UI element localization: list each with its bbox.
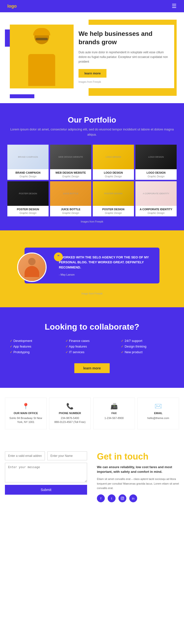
portfolio-item[interactable]: POSTER DESIGN POSTER DESIGN Graphic Desi…: [93, 181, 134, 216]
hero-cta-button[interactable]: learn more: [78, 69, 106, 78]
collaborate-item: Development: [10, 339, 63, 343]
portfolio-item[interactable]: WEB DESIGN WEBSITE WEB DESIGN WEBSITE Gr…: [50, 145, 91, 180]
hero-text: We help businesses and brands grow Duis …: [78, 25, 174, 88]
hero-title: We help businesses and brands grow: [78, 30, 169, 46]
collaborate-item: App features: [65, 344, 119, 348]
instagram-icon[interactable]: [119, 494, 126, 502]
contact-card-text: 1-234-567-8900: [96, 416, 132, 420]
portfolio-grid: BRAND CAMPAIGN BRAND CAMPAIGN Graphic De…: [7, 145, 177, 216]
get-in-touch-subtitle: We can ensure reliability, low cost fare…: [97, 465, 179, 474]
header: logo ☰: [0, 0, 184, 12]
contact-card-title: PHONE NUMBER: [52, 412, 88, 414]
testimonial-author: - May Larson: [59, 273, 152, 276]
portfolio-item[interactable]: POSTER DESIGN POSTER DESIGN Graphic Desi…: [7, 181, 49, 216]
name-input[interactable]: [47, 452, 87, 460]
collaborate-item: New product: [121, 350, 174, 354]
portfolio-item[interactable]: LOGO DESIGN LOGO DESIGN Graphic Design: [93, 145, 134, 180]
contact-card-2: 📠 FAX 1-234-567-8900: [93, 398, 135, 429]
collaborate-col-0: DevelopmentApp featuresPrototyping: [10, 339, 63, 356]
portfolio-item[interactable]: BRAND CAMPAIGN BRAND CAMPAIGN Graphic De…: [7, 145, 49, 180]
contact-icon: ✉️: [140, 403, 177, 410]
menu-button[interactable]: ☰: [172, 3, 177, 9]
contact-card-title: EMAIL: [140, 412, 177, 414]
portfolio-subtitle: Lorem ipsum dolor sit amet, consectetur …: [7, 127, 177, 137]
collaborate-title: Looking to collaborate?: [10, 322, 174, 332]
message-textarea[interactable]: [5, 463, 87, 482]
portfolio-item[interactable]: LOGO DESIGN LOGO DESIGN Graphic Design: [135, 145, 177, 180]
twitter-icon[interactable]: t: [108, 494, 116, 502]
svg-point-2: [123, 497, 123, 498]
hero-image: [10, 24, 74, 88]
testimonial-avatar: [17, 252, 47, 282]
submit-button[interactable]: Submit: [5, 485, 87, 495]
hero-section: We help businesses and brands grow Duis …: [0, 12, 184, 103]
svg-rect-0: [121, 497, 124, 500]
portfolio-title: Our Portfolio: [7, 116, 177, 124]
contact-info-section: 📍 OUR MAIN OFFICE SoHo 94 Broadway St Ne…: [0, 388, 184, 446]
linkedin-icon[interactable]: in: [129, 494, 137, 502]
contact-card-3: ✉️ EMAIL hello@theme.com: [137, 398, 179, 429]
contact-icon: 📍: [7, 403, 44, 410]
contact-card-text: hello@theme.com: [140, 416, 177, 420]
testimonial-image-credit: Image from Freepik: [10, 292, 174, 295]
get-in-touch-title: Get in touch: [97, 452, 179, 462]
portfolio-item[interactable]: JUICE BOTTLE JUICE BOTTLE Graphic Design: [50, 181, 91, 216]
collaborate-col-1: Finance casesApp featuresIT services: [65, 339, 119, 356]
quote-icon: ": [54, 252, 63, 261]
portfolio-section: Our Portfolio Lorem ipsum dolor sit amet…: [0, 103, 184, 230]
portfolio-item[interactable]: A CORPORATE IDENTITY A CORPORATE IDENTIT…: [135, 181, 177, 216]
contact-card-title: FAX: [96, 412, 132, 414]
collaborate-item: Prototyping: [10, 350, 63, 354]
get-in-touch-section: Submit Get in touch We can ensure reliab…: [0, 446, 184, 512]
collaborate-item: 24/7 support: [121, 339, 174, 343]
collaborate-item: IT services: [65, 350, 119, 354]
email-input[interactable]: [5, 452, 45, 460]
collaborate-section: Looking to collaborate? DevelopmentApp f…: [0, 307, 184, 388]
contact-card-0: 📍 OUR MAIN OFFICE SoHo 94 Broadway St Ne…: [5, 398, 47, 429]
contact-icon: 📞: [52, 403, 88, 410]
hero-description: Duis aute irure dolor in reprehenderit i…: [78, 50, 169, 64]
collaborate-cta-button[interactable]: learn more: [74, 363, 110, 373]
svg-point-1: [122, 498, 123, 499]
facebook-icon[interactable]: f: [97, 494, 105, 502]
get-in-touch-description: Etiam sit amet convallis erat – class ap…: [97, 477, 179, 490]
collaborate-col-2: 24/7 supportDesign thinkingNew product: [121, 339, 174, 356]
collaborate-columns: DevelopmentApp featuresPrototypingFinanc…: [10, 339, 174, 356]
testimonial-card: " I WORKED WITH THE SELO AGENCY FOR THE …: [24, 248, 160, 284]
contact-card-text: SoHo 94 Broadway St New York, NY 1001: [7, 416, 44, 424]
contact-info-text: Get in touch We can ensure reliability, …: [97, 452, 179, 502]
social-icons: f t in: [97, 494, 179, 502]
portfolio-image-credit: Images from Freepik: [7, 220, 177, 223]
hero-image-credit: Images from Freepik: [78, 80, 169, 83]
contact-card-title: OUR MAIN OFFICE: [7, 412, 44, 414]
contact-info-grid: 📍 OUR MAIN OFFICE SoHo 94 Broadway St Ne…: [5, 398, 179, 429]
collaborate-item: App features: [10, 344, 63, 348]
contact-card-text: 234-9876-5400888-0123-4567 (Toll Free): [52, 416, 88, 424]
contact-form: Submit: [5, 452, 87, 502]
testimonial-quote: I WORKED WITH THE SELO AGENCY FOR THE SE…: [59, 255, 152, 270]
logo: logo: [7, 4, 17, 9]
collaborate-item: Finance cases: [65, 339, 119, 343]
collaborate-item: Design thinking: [121, 344, 174, 348]
contact-card-1: 📞 PHONE NUMBER 234-9876-5400888-0123-456…: [49, 398, 91, 429]
testimonial-section: " I WORKED WITH THE SELO AGENCY FOR THE …: [0, 230, 184, 307]
contact-icon: 📠: [96, 403, 132, 410]
